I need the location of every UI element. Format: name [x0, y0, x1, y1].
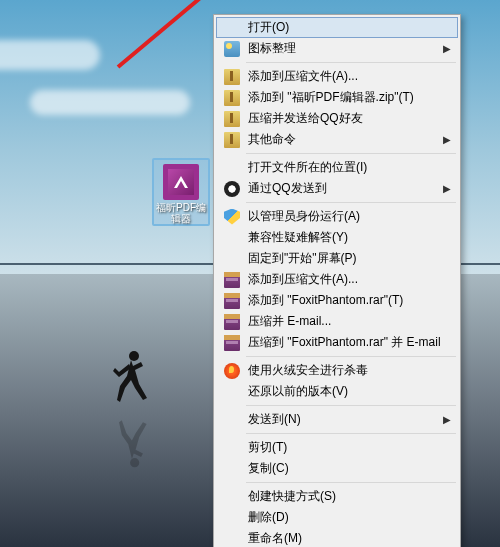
menu-add-archive-rar[interactable]: 添加到压缩文件(A)... [216, 269, 458, 290]
submenu-arrow-icon: ▶ [440, 183, 454, 194]
archive-icon [224, 111, 240, 127]
separator [246, 433, 456, 434]
menu-label: 还原以前的版本(V) [244, 383, 454, 400]
menu-zip-email[interactable]: 压缩并 E-mail... [216, 311, 458, 332]
menu-delete[interactable]: 删除(D) [216, 507, 458, 528]
rar-icon [224, 314, 240, 330]
menu-restore-version[interactable]: 还原以前的版本(V) [216, 381, 458, 402]
desktop-icon-label: 福昕PDF编辑器 [156, 202, 206, 224]
menu-create-shortcut[interactable]: 创建快捷方式(S) [216, 486, 458, 507]
menu-label: 压缩并发送给QQ好友 [244, 110, 454, 127]
menu-open[interactable]: 打开(O) [216, 17, 458, 38]
menu-label: 其他命令 [244, 131, 440, 148]
menu-label: 压缩并 E-mail... [244, 313, 454, 330]
menu-label: 通过QQ发送到 [244, 180, 440, 197]
submenu-arrow-icon: ▶ [440, 134, 454, 145]
menu-label: 添加到压缩文件(A)... [244, 68, 454, 85]
menu-copy[interactable]: 复制(C) [216, 458, 458, 479]
menu-label: 添加到压缩文件(A)... [244, 271, 454, 288]
separator [246, 62, 456, 63]
desktop-icon-foxit-pdf[interactable]: 福昕PDF编辑器 [152, 158, 210, 226]
menu-open-location[interactable]: 打开文件所在的位置(I) [216, 157, 458, 178]
archive-icon [224, 90, 240, 106]
foxit-app-icon [163, 164, 199, 200]
rar-icon [224, 335, 240, 351]
menu-qq-send[interactable]: 通过QQ发送到 ▶ [216, 178, 458, 199]
submenu-arrow-icon: ▶ [440, 414, 454, 425]
menu-label: 创建快捷方式(S) [244, 488, 454, 505]
separator [246, 356, 456, 357]
qq-icon [224, 181, 240, 197]
menu-pin-start[interactable]: 固定到"开始"屏幕(P) [216, 248, 458, 269]
menu-icon-tidy[interactable]: 图标整理 ▶ [216, 38, 458, 59]
picture-icon [224, 41, 240, 57]
menu-add-archive[interactable]: 添加到压缩文件(A)... [216, 66, 458, 87]
rar-icon [224, 272, 240, 288]
menu-cut[interactable]: 剪切(T) [216, 437, 458, 458]
menu-label: 打开(O) [244, 19, 454, 36]
menu-label: 以管理员身份运行(A) [244, 208, 454, 225]
menu-label: 压缩到 "FoxitPhantom.rar" 并 E-mail [244, 334, 454, 351]
huorong-icon [224, 363, 240, 379]
menu-label: 打开文件所在的位置(I) [244, 159, 454, 176]
menu-other-commands[interactable]: 其他命令 ▶ [216, 129, 458, 150]
svg-point-0 [129, 351, 139, 361]
menu-label: 图标整理 [244, 40, 440, 57]
menu-zip-foxit-email[interactable]: 压缩到 "FoxitPhantom.rar" 并 E-mail [216, 332, 458, 353]
archive-icon [224, 69, 240, 85]
menu-label: 使用火绒安全进行杀毒 [244, 362, 454, 379]
menu-label: 添加到 "福昕PDF编辑器.zip"(T) [244, 89, 454, 106]
menu-label: 添加到 "FoxitPhantom.rar"(T) [244, 292, 454, 309]
separator [246, 482, 456, 483]
submenu-arrow-icon: ▶ [440, 43, 454, 54]
menu-run-admin[interactable]: 以管理员身份运行(A) [216, 206, 458, 227]
shield-icon [224, 209, 240, 225]
separator [246, 202, 456, 203]
menu-zip-send-qq[interactable]: 压缩并发送给QQ好友 [216, 108, 458, 129]
menu-add-named-zip[interactable]: 添加到 "福昕PDF编辑器.zip"(T) [216, 87, 458, 108]
separator [246, 405, 456, 406]
archive-icon [224, 132, 240, 148]
separator [246, 153, 456, 154]
menu-send-to[interactable]: 发送到(N) ▶ [216, 409, 458, 430]
menu-label: 复制(C) [244, 460, 454, 477]
menu-rename[interactable]: 重命名(M) [216, 528, 458, 547]
menu-add-foxit-rar[interactable]: 添加到 "FoxitPhantom.rar"(T) [216, 290, 458, 311]
context-menu: 打开(O) 图标整理 ▶ 添加到压缩文件(A)... 添加到 "福昕PDF编辑器… [213, 14, 461, 547]
menu-label: 重命名(M) [244, 530, 454, 547]
menu-label: 兼容性疑难解答(Y) [244, 229, 454, 246]
menu-label: 发送到(N) [244, 411, 440, 428]
menu-label: 剪切(T) [244, 439, 454, 456]
menu-huorong-scan[interactable]: 使用火绒安全进行杀毒 [216, 360, 458, 381]
menu-label: 删除(D) [244, 509, 454, 526]
rar-icon [224, 293, 240, 309]
svg-point-1 [130, 458, 139, 467]
menu-compat[interactable]: 兼容性疑难解答(Y) [216, 227, 458, 248]
menu-label: 固定到"开始"屏幕(P) [244, 250, 454, 267]
